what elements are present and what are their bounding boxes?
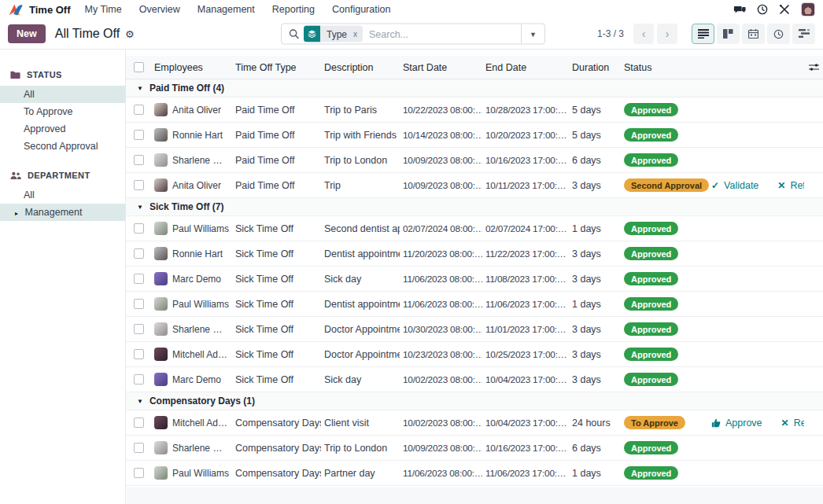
table-row[interactable]: Anita Oliver Paid Time Off Trip 10/09/20… [126, 173, 823, 198]
group-row[interactable]: ▼ Paid Time Off (4) [126, 79, 823, 97]
facet-remove-icon[interactable]: x [352, 30, 363, 39]
row-checkbox[interactable] [134, 130, 144, 140]
search-input[interactable] [363, 28, 521, 39]
table-row[interactable]: Paul Williams Compensatory Days Partner … [126, 461, 823, 486]
row-checkbox[interactable] [134, 324, 144, 334]
expand-caret-icon[interactable]: ▸ [15, 210, 18, 217]
duration-cell: 5 days [569, 105, 621, 116]
systray [733, 2, 815, 17]
table-row[interactable]: Ronnie Hart Sick Time Off Dentist appoin… [126, 241, 823, 267]
kanban-view-button[interactable] [717, 24, 740, 44]
control-panel: New All Time Off ⚙ Type x ▼ 1-3 / 3 ‹ › [0, 19, 823, 49]
row-checkbox[interactable] [134, 418, 144, 428]
messages-icon[interactable] [733, 4, 746, 15]
nav-item-my-time[interactable]: My Time [85, 4, 122, 15]
action-approve[interactable]: Approve [711, 418, 762, 429]
sidebar-item-status-all[interactable]: All [0, 86, 125, 103]
activities-clock-icon[interactable] [757, 4, 768, 15]
end-date-cell: 10/04/2023 17:00:… [482, 418, 569, 429]
table-row[interactable]: Mitchell Admin Sick Time Off Doctor Appo… [126, 342, 823, 367]
start-date-cell: 10/30/2023 08:00:… [400, 324, 482, 335]
table-row[interactable]: Anita Oliver Paid Time Off Trip to Paris… [126, 97, 823, 123]
table-row[interactable]: Ronnie Hart Paid Time Off Trip with Frie… [126, 123, 823, 148]
row-checkbox[interactable] [134, 299, 144, 309]
app-brand[interactable]: Time Off [8, 3, 71, 17]
caret-down-icon[interactable]: ▼ [137, 398, 143, 405]
end-date-cell: 10/11/2023 17:00:… [482, 180, 569, 191]
sidebar-item-department-all[interactable]: All [0, 186, 125, 204]
column-header-type[interactable]: Time Off Type [232, 62, 321, 73]
select-all-checkbox[interactable] [134, 62, 144, 72]
table-row[interactable]: Paul Williams Sick Time Off Dentist appo… [126, 292, 823, 317]
user-avatar[interactable] [801, 2, 815, 17]
sidebar-item-status-second-approval[interactable]: Second Approval [0, 138, 125, 155]
caret-down-icon[interactable]: ▼ [137, 204, 143, 211]
gantt-view-button[interactable] [792, 24, 815, 44]
column-header-end-date[interactable]: End Date [482, 62, 569, 73]
list-view-button[interactable] [692, 24, 714, 44]
sidebar-item-status-to-approve[interactable]: To Approve [0, 103, 125, 120]
table-row[interactable]: Sharlene Rhodes Paid Time Off Trip to Lo… [126, 148, 823, 173]
sidebar-item-department-management[interactable]: ▸ Management [0, 204, 125, 221]
duration-cell: 3 days [569, 248, 621, 259]
employee-avatar [154, 272, 168, 285]
table-row[interactable]: Sharlene Rhodes Sick Time Off Doctor App… [126, 317, 823, 342]
action-refuse[interactable]: ✕Refuse [777, 180, 804, 191]
pager-previous-button[interactable]: ‹ [633, 24, 654, 44]
new-button[interactable]: New [8, 24, 46, 43]
app-logo-icon [8, 3, 24, 17]
table-row[interactable]: Marc Demo Sick Time Off Sick day 10/02/2… [126, 367, 823, 392]
row-checkbox[interactable] [134, 155, 144, 165]
tools-icon[interactable] [779, 4, 790, 15]
row-checkbox[interactable] [134, 223, 144, 234]
action-validate[interactable]: ✓Validate [711, 180, 758, 191]
row-checkbox[interactable] [134, 105, 144, 115]
column-options-icon[interactable] [809, 63, 819, 72]
end-date-cell: 11/06/2023 17:00:… [482, 468, 569, 479]
caret-down-icon[interactable]: ▼ [137, 85, 143, 92]
nav-item-configuration[interactable]: Configuration [332, 4, 390, 15]
nav-item-overview[interactable]: Overview [139, 4, 180, 15]
horizontal-scrollbar[interactable] [127, 487, 823, 504]
column-header-employees[interactable]: Employees [151, 62, 232, 73]
status-badge: Approved [624, 441, 678, 454]
search-bar[interactable]: Type x ▼ [281, 24, 545, 45]
view-settings-gear-icon[interactable]: ⚙ [125, 28, 135, 40]
nav-item-management[interactable]: Management [197, 4, 255, 15]
activity-view-button[interactable] [767, 24, 790, 44]
end-date-cell: 10/20/2023 17:00:… [482, 130, 569, 141]
pager-range: 1-3 / 3 [597, 28, 624, 39]
table-row[interactable]: Mitchell Admin Compensatory Days Client … [126, 410, 823, 436]
group-row[interactable]: ▼ Sick Time Off (7) [126, 198, 823, 216]
search-facet-type[interactable]: Type x [304, 26, 363, 42]
calendar-view-button[interactable] [742, 24, 765, 44]
row-checkbox[interactable] [134, 349, 144, 359]
column-header-start-date[interactable]: Start Date [400, 62, 482, 73]
table-row[interactable]: Marc Demo Sick Time Off Sick day 11/06/2… [126, 267, 823, 292]
row-checkbox[interactable] [134, 180, 144, 190]
search-dropdown-toggle[interactable]: ▼ [521, 24, 544, 44]
row-checkbox[interactable] [134, 374, 144, 384]
status-section: STATUS All To Approve Approved Second Ap… [0, 70, 125, 155]
description-cell: Trip with Friends [321, 130, 400, 141]
column-header-duration[interactable]: Duration [569, 62, 621, 73]
row-checkbox[interactable] [134, 274, 144, 284]
row-checkbox[interactable] [134, 443, 144, 453]
folder-icon [10, 71, 20, 79]
row-checkbox[interactable] [134, 248, 144, 259]
group-label: Sick Time Off (7) [149, 201, 223, 212]
pager-next-button[interactable]: › [657, 24, 677, 44]
employee-avatar [154, 178, 168, 192]
table-row[interactable]: Paul Williams Sick Time Off Second denti… [126, 216, 823, 241]
app-name[interactable]: Time Off [29, 4, 71, 16]
sidebar-item-status-approved[interactable]: Approved [0, 120, 125, 138]
list-view-icon [698, 29, 709, 39]
nav-item-reporting[interactable]: Reporting [272, 4, 315, 15]
group-row[interactable]: ▼ Compensatory Days (1) [126, 392, 823, 410]
action-refuse[interactable]: ✕Refuse [781, 418, 804, 429]
column-header-description[interactable]: Description [321, 62, 400, 73]
column-header-status[interactable]: Status [621, 62, 704, 73]
row-checkbox[interactable] [134, 468, 144, 478]
employee-avatar [154, 322, 168, 336]
table-row[interactable]: Sharlene Rhodes Compensatory Days Trip t… [126, 436, 823, 461]
